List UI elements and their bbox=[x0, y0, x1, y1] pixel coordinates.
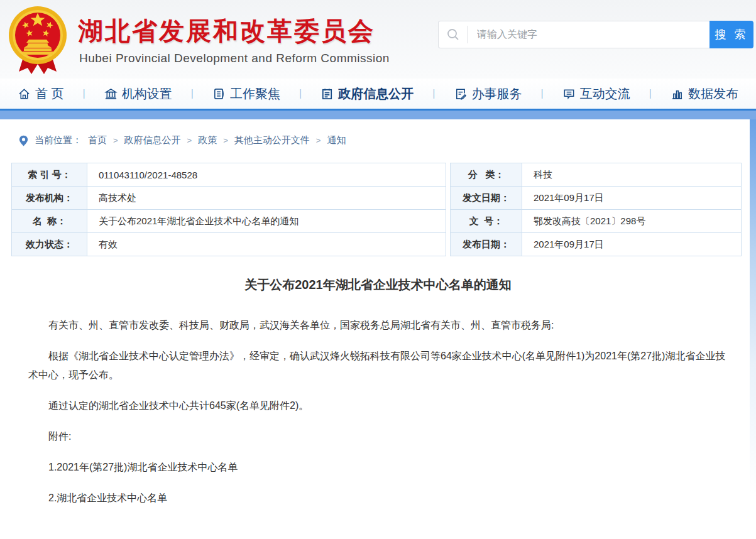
nav-separator: | bbox=[649, 88, 652, 99]
article-title: 关于公布2021年湖北省企业技术中心名单的通知 bbox=[28, 276, 728, 293]
meta-label-title: 名 称： bbox=[12, 210, 87, 233]
table-row: 文 号： 鄂发改高技〔2021〕298号 bbox=[451, 210, 742, 233]
table-row: 效力状态： 有效 bbox=[12, 233, 446, 256]
table-row: 发布机构： 高技术处 bbox=[12, 187, 446, 210]
search-bar: 搜 索 bbox=[438, 21, 753, 48]
meta-value-issue-date: 2021年09月17日 bbox=[522, 187, 742, 210]
meta-label-document-number: 文 号： bbox=[451, 210, 522, 233]
article-paragraph: 通过认定的湖北省企业技术中心共计645家(名单见附件2)。 bbox=[28, 396, 728, 415]
breadcrumb-home[interactable]: 首页 bbox=[88, 134, 107, 146]
home-icon bbox=[18, 87, 31, 101]
breadcrumb-policy[interactable]: 政策 bbox=[198, 134, 217, 146]
table-row: 索 引 号： 011043110/2021-48528 bbox=[12, 163, 446, 187]
site-header: 湖北省发展和改革委员会 Hubei Provincial Development… bbox=[0, 0, 756, 79]
attachment-link-2[interactable]: 2.湖北省企业技术中心名单 bbox=[28, 489, 728, 508]
national-emblem-logo bbox=[5, 4, 70, 75]
search-input[interactable] bbox=[468, 29, 709, 40]
bank-icon bbox=[104, 87, 118, 101]
search-button[interactable]: 搜 索 bbox=[709, 21, 753, 48]
article-paragraph: 根据《湖北省企业技术中心认定管理办法》，经审定，确认武汉烽火锐拓科技有限公司等6… bbox=[28, 347, 728, 384]
meta-label-publish-date: 发布日期： bbox=[451, 233, 522, 256]
table-row: 名 称： 关于公布2021年湖北省企业技术中心名单的通知 bbox=[12, 210, 446, 233]
document-meta-tables: 索 引 号： 011043110/2021-48528 发布机构： 高技术处 名… bbox=[11, 163, 745, 256]
nav-item-data-release[interactable]: 数据发布 bbox=[671, 85, 738, 102]
nav-separator: | bbox=[299, 88, 302, 99]
meta-label-issue-date: 发文日期： bbox=[451, 187, 522, 210]
breadcrumb-label: 当前位置： bbox=[35, 134, 82, 146]
meta-value-publish-date: 2021年09月17日 bbox=[522, 233, 742, 256]
meta-label-issuing-agency: 发布机构： bbox=[12, 187, 87, 210]
attachment-link-1[interactable]: 1.2021年(第27批)湖北省企业技术中心名单 bbox=[28, 458, 728, 477]
article-body: 关于公布2021年湖北省企业技术中心名单的通知 有关市、州、直管市发改委、科技局… bbox=[28, 276, 728, 508]
breadcrumb-notice[interactable]: 通知 bbox=[327, 134, 346, 146]
clipboard-icon bbox=[320, 87, 334, 101]
nav-item-home[interactable]: 首 页 bbox=[18, 85, 64, 102]
nav-separator: | bbox=[540, 88, 543, 99]
breadcrumb: 当前位置： 首页 > 政府信息公开 > 政策 > 其他主动公开文件 > 通知 bbox=[19, 134, 756, 146]
table-row: 发文日期： 2021年09月17日 bbox=[451, 187, 742, 210]
meta-table-right: 分 类： 科技 发文日期： 2021年09月17日 文 号： 鄂发改高技〔202… bbox=[450, 163, 742, 256]
meta-value-index-number: 011043110/2021-48528 bbox=[87, 163, 446, 187]
nav-item-work-focus[interactable]: 工作聚焦 bbox=[212, 85, 280, 102]
nav-separator: | bbox=[191, 88, 194, 99]
table-row: 发布日期： 2021年09月17日 bbox=[451, 233, 742, 256]
bar-chart-icon bbox=[671, 87, 684, 101]
article-paragraph: 有关市、州、直管市发改委、科技局、财政局，武汉海关各单位，国家税务总局湖北省有关… bbox=[28, 316, 728, 335]
site-title: 湖北省发展和改革委员会 bbox=[78, 14, 375, 48]
nav-item-organization[interactable]: 机构设置 bbox=[104, 85, 172, 102]
breadcrumb-government-info[interactable]: 政府信息公开 bbox=[124, 134, 181, 146]
main-navigation: 首 页 | 机构设置 | 工作聚焦 | 政府信息公开 | 办事服务 | bbox=[0, 79, 756, 109]
nav-separator: | bbox=[83, 88, 85, 99]
meta-label-category: 分 类： bbox=[451, 163, 522, 187]
article-paragraph: 附件: bbox=[28, 427, 728, 446]
meta-label-index-number: 索 引 号： bbox=[12, 163, 87, 187]
site-subtitle-english: Hubei Provincial Development and Reform … bbox=[79, 52, 390, 65]
right-edge-gradient bbox=[750, 119, 756, 496]
table-row: 分 类： 科技 bbox=[451, 163, 742, 187]
nav-item-services[interactable]: 办事服务 bbox=[454, 85, 522, 102]
meta-value-validity-status: 有效 bbox=[87, 233, 446, 256]
location-pin-icon bbox=[19, 135, 28, 146]
nav-item-government-info[interactable]: 政府信息公开 bbox=[320, 85, 414, 102]
nav-item-interaction[interactable]: 互动交流 bbox=[562, 85, 630, 102]
chat-icon bbox=[562, 87, 576, 101]
meta-value-issuing-agency: 高技术处 bbox=[87, 187, 446, 210]
meta-label-validity-status: 效力状态： bbox=[12, 233, 87, 256]
edit-document-icon bbox=[454, 87, 467, 101]
breadcrumb-other-public-files[interactable]: 其他主动公开文件 bbox=[234, 134, 310, 146]
search-icon bbox=[439, 28, 468, 41]
search-box bbox=[438, 21, 709, 48]
nav-separator: | bbox=[432, 88, 435, 99]
meta-value-title: 关于公布2021年湖北省企业技术中心名单的通知 bbox=[87, 210, 446, 233]
divider-light-blue bbox=[0, 111, 756, 119]
document-icon bbox=[212, 87, 226, 101]
meta-table-left: 索 引 号： 011043110/2021-48528 发布机构： 高技术处 名… bbox=[11, 163, 446, 256]
meta-value-category: 科技 bbox=[522, 163, 742, 187]
meta-value-document-number: 鄂发改高技〔2021〕298号 bbox=[522, 210, 742, 233]
